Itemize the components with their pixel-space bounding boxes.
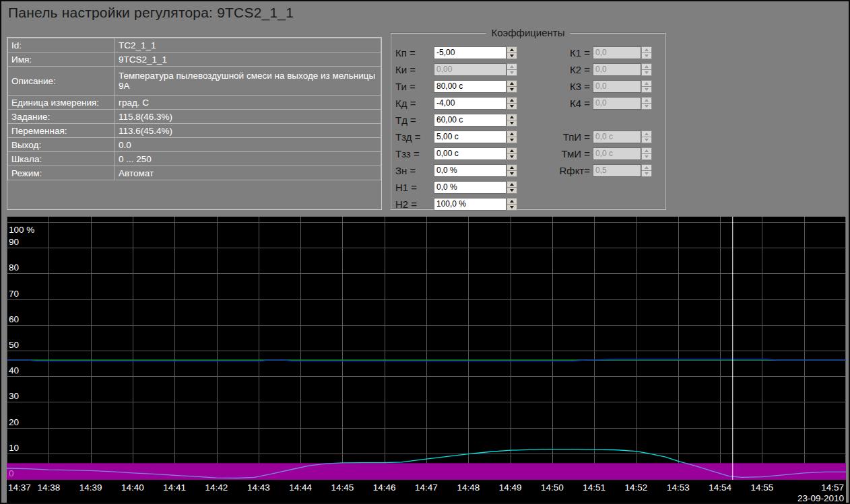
coeff-input-k4 [593, 97, 641, 110]
coeff-field-k4: К4 = [513, 96, 652, 110]
coeff-field-zn: Зн = [395, 164, 517, 177]
x-axis-label: 14:41 [163, 482, 186, 493]
y-axis-label: 70 [9, 289, 19, 299]
coeff-input-kd[interactable] [434, 97, 506, 110]
x-axis-label: 14:40 [121, 482, 144, 493]
y-axis-label: 80 [9, 262, 19, 273]
table-row: Имя:9TCS2_1_1 [8, 52, 381, 67]
spin-up-button [641, 80, 652, 87]
y-axis-label: 20 [9, 417, 19, 427]
trend-chart-svg: 0102030405060708090100 %14:3714:3814:391… [7, 217, 846, 503]
coeff-input-td[interactable] [434, 114, 506, 127]
table-row: Переменная:113.6(45.4%) [8, 124, 381, 138]
coeff-input-ti[interactable] [434, 80, 506, 93]
table-row: Описание:Температура пылевоздушной смеси… [8, 67, 381, 96]
coeff-label-kp: Кп = [395, 47, 434, 59]
coeff-field-tmi: ТмИ = [513, 147, 652, 160]
spin-down-button [641, 154, 652, 160]
x-axis-label: 14:51 [583, 482, 606, 493]
coeff-input-h2[interactable] [434, 198, 506, 211]
info-value-cell: 9TCS2_1_1 [115, 52, 381, 67]
spin-down-button[interactable] [506, 120, 517, 127]
coefficients-group-title: Коэффициенты [486, 27, 570, 38]
x-axis-label: 14:50 [541, 482, 564, 493]
coeff-label-k1: К1 = [513, 47, 593, 59]
spinner-h1 [506, 181, 517, 194]
coeff-label-k3: К3 = [513, 81, 593, 92]
table-row: Режим:Автомат [8, 166, 381, 180]
date-label: 23-09-2010 [797, 493, 844, 503]
coeff-label-tzd: Тзд = [395, 131, 434, 143]
spin-up-button[interactable] [506, 198, 517, 205]
coeff-field-kp: Кп = [395, 46, 517, 59]
x-axis-label: 14:57 [821, 482, 844, 493]
y-axis-label: 30 [9, 391, 19, 401]
coeff-field-k2: К2 = [513, 63, 652, 76]
spin-up-button [641, 97, 652, 104]
info-label-cell: Переменная: [8, 124, 115, 138]
coefficients-group: Коэффициенты Кп =Ки =Ти =Кд =Тд =Тзд =Тз… [390, 32, 666, 210]
coeff-label-ki: Ки = [395, 64, 434, 75]
spinner-k2 [641, 63, 652, 76]
x-axis-label: 14:46 [373, 482, 396, 493]
coeff-label-k4: К4 = [513, 98, 593, 109]
coeff-input-tzd[interactable] [434, 131, 506, 143]
spin-down-button[interactable] [506, 205, 517, 211]
info-label-cell: Единица измерения: [8, 96, 115, 110]
info-value-cell: 0 ... 250 [115, 152, 381, 166]
coeff-field-rfkt: Rфкт= [513, 164, 652, 177]
spin-down-button[interactable] [506, 188, 517, 194]
info-label-cell: Описание: [8, 67, 115, 96]
coeff-label-tpi: ТпИ = [513, 131, 593, 143]
x-axis-label: 14:48 [457, 482, 480, 493]
table-row: Единица измерения:град. C [8, 96, 381, 110]
coeff-field-h2: Н2 = [395, 197, 517, 211]
spin-up-button[interactable] [506, 114, 517, 120]
coeff-field-td: Тд = [395, 113, 517, 127]
coeff-field-h1: Н1 = [395, 180, 517, 194]
spinner-td [506, 114, 517, 127]
y-axis-label: 90 [9, 237, 19, 247]
coeff-label-ti: Ти = [395, 81, 434, 92]
spinner-rfkt [641, 164, 652, 177]
spinner-k3 [641, 80, 652, 93]
spin-up-button [641, 147, 652, 154]
x-axis-label: 14:47 [415, 482, 438, 493]
coeff-input-k1 [593, 46, 641, 59]
coeff-input-zn[interactable] [434, 164, 506, 177]
coeff-field-k1: К1 = [513, 46, 652, 59]
coeff-label-tmi: ТмИ = [513, 148, 593, 159]
coeff-input-tzz[interactable] [434, 147, 506, 160]
coeff-input-k3 [593, 80, 641, 93]
table-row: Id:TC2_1_1 [8, 38, 381, 52]
coeff-field-ki: Ки = [395, 63, 517, 76]
coeff-input-tpi [593, 131, 641, 143]
coeff-field-tpi: ТпИ = [513, 130, 652, 143]
y-axis-label: 60 [9, 314, 19, 324]
y-axis-label: 10 [9, 443, 19, 453]
coeff-input-kp[interactable] [434, 46, 506, 59]
coeff-label-k2: К2 = [513, 64, 593, 75]
coeff-label-h2: Н2 = [395, 199, 434, 210]
x-axis-label: 14:49 [499, 482, 522, 493]
x-axis-label: 14:37 [8, 482, 31, 493]
spin-up-button[interactable] [506, 181, 517, 188]
output-band [7, 463, 846, 480]
x-axis-label: 14:55 [751, 482, 774, 493]
coeff-field-tzd: Тзд = [395, 130, 517, 143]
spin-up-button [641, 131, 652, 137]
x-axis-label: 14:54 [709, 482, 731, 493]
page-title: Панель настройки регулятора: 9TCS2_1_1 [8, 5, 294, 21]
trend-chart[interactable]: 0102030405060708090100 %14:3714:3814:391… [7, 217, 846, 503]
spinner-tpi [641, 131, 652, 143]
y-axis-label: 50 [9, 340, 19, 350]
coeff-input-h1[interactable] [434, 181, 506, 194]
info-table-body: Id:TC2_1_1Имя:9TCS2_1_1Описание:Температ… [8, 38, 381, 180]
spinner-tmi [641, 147, 652, 160]
x-axis-label: 14:38 [37, 482, 60, 493]
coeff-label-rfkt: Rфкт= [513, 165, 593, 176]
spin-down-button [641, 104, 652, 110]
spin-down-button [641, 53, 652, 59]
table-row: Выход:0.0 [8, 138, 381, 152]
spin-down-button [641, 87, 652, 93]
